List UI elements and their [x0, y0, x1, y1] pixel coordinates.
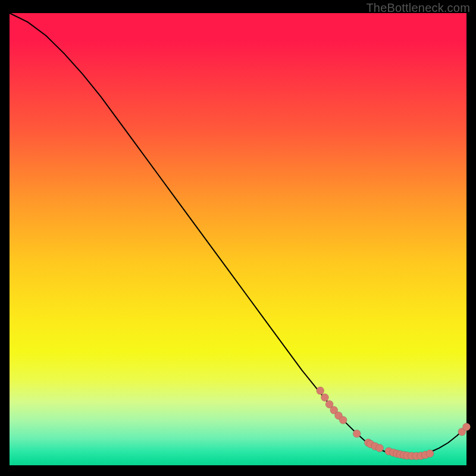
curve-points: [317, 387, 471, 460]
data-point: [321, 394, 328, 402]
data-point: [353, 430, 361, 437]
data-point: [463, 423, 471, 431]
watermark-text: TheBottleneck.com: [366, 1, 470, 15]
bottleneck-curve: [10, 13, 466, 456]
data-point: [317, 387, 324, 394]
data-point: [426, 450, 434, 458]
data-point: [376, 444, 384, 452]
data-point: [339, 416, 347, 424]
plot-area: [10, 13, 466, 465]
chart-stage: TheBottleneck.com: [0, 0, 476, 476]
curve-svg: [10, 13, 466, 465]
